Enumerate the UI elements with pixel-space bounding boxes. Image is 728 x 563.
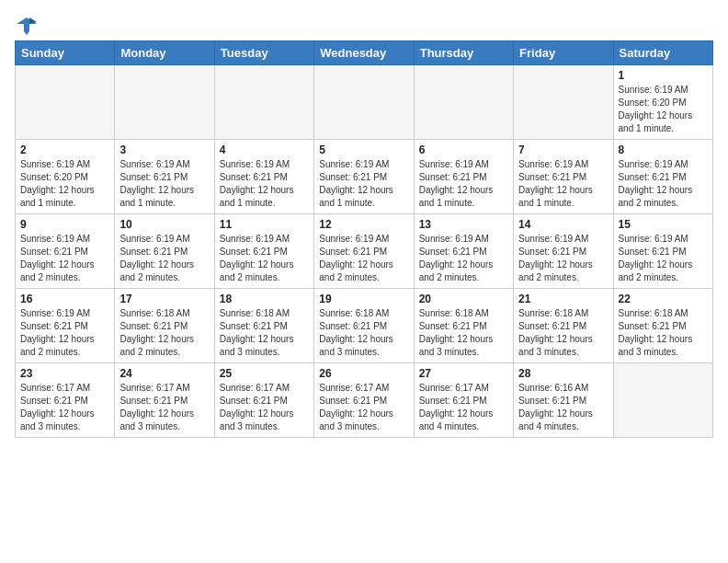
day-info: Sunrise: 6:17 AM Sunset: 6:21 PM Dayligh…	[419, 382, 508, 433]
calendar-cell: 8Sunrise: 6:19 AM Sunset: 6:21 PM Daylig…	[613, 140, 712, 214]
day-number: 21	[518, 293, 608, 305]
day-info: Sunrise: 6:19 AM Sunset: 6:21 PM Dayligh…	[119, 233, 209, 284]
day-number: 23	[20, 367, 109, 380]
day-info: Sunrise: 6:18 AM Sunset: 6:21 PM Dayligh…	[419, 307, 508, 359]
calendar-cell: 2Sunrise: 6:19 AM Sunset: 6:20 PM Daylig…	[16, 140, 115, 214]
calendar-cell: 23Sunrise: 6:17 AM Sunset: 6:21 PM Dayli…	[16, 363, 115, 438]
day-number: 10	[119, 218, 209, 231]
day-number: 14	[518, 218, 608, 231]
day-info: Sunrise: 6:19 AM Sunset: 6:21 PM Dayligh…	[518, 233, 608, 284]
calendar-cell: 14Sunrise: 6:19 AM Sunset: 6:21 PM Dayli…	[514, 214, 613, 289]
calendar-cell: 15Sunrise: 6:19 AM Sunset: 6:21 PM Dayli…	[613, 214, 712, 289]
calendar-cell	[16, 65, 115, 140]
day-number: 20	[419, 293, 508, 305]
calendar-cell	[613, 363, 712, 438]
day-info: Sunrise: 6:19 AM Sunset: 6:21 PM Dayligh…	[319, 233, 408, 284]
day-info: Sunrise: 6:17 AM Sunset: 6:21 PM Dayligh…	[220, 382, 309, 433]
svg-marker-1	[29, 17, 37, 24]
day-number: 22	[619, 293, 708, 305]
logo	[15, 15, 37, 31]
day-number: 7	[518, 144, 608, 156]
day-info: Sunrise: 6:19 AM Sunset: 6:21 PM Dayligh…	[619, 233, 708, 284]
page-header	[15, 15, 713, 31]
day-header-monday: Monday	[115, 41, 214, 65]
calendar-cell	[115, 65, 214, 140]
calendar-cell: 24Sunrise: 6:17 AM Sunset: 6:21 PM Dayli…	[115, 363, 214, 438]
calendar-cell: 9Sunrise: 6:19 AM Sunset: 6:21 PM Daylig…	[16, 214, 115, 289]
calendar-cell	[414, 65, 513, 140]
calendar-cell: 1Sunrise: 6:19 AM Sunset: 6:20 PM Daylig…	[613, 65, 712, 140]
day-number: 4	[220, 144, 309, 156]
day-info: Sunrise: 6:19 AM Sunset: 6:21 PM Dayligh…	[419, 158, 508, 210]
day-info: Sunrise: 6:19 AM Sunset: 6:21 PM Dayligh…	[20, 233, 109, 284]
day-info: Sunrise: 6:19 AM Sunset: 6:20 PM Dayligh…	[619, 84, 708, 135]
day-number: 2	[20, 144, 109, 156]
calendar-cell: 6Sunrise: 6:19 AM Sunset: 6:21 PM Daylig…	[414, 140, 513, 214]
day-header-sunday: Sunday	[16, 41, 115, 65]
day-info: Sunrise: 6:18 AM Sunset: 6:21 PM Dayligh…	[220, 307, 309, 359]
calendar-cell: 19Sunrise: 6:18 AM Sunset: 6:21 PM Dayli…	[314, 289, 414, 363]
day-info: Sunrise: 6:17 AM Sunset: 6:21 PM Dayligh…	[119, 382, 209, 433]
calendar-week-row: 1Sunrise: 6:19 AM Sunset: 6:20 PM Daylig…	[16, 65, 713, 140]
calendar-cell: 4Sunrise: 6:19 AM Sunset: 6:21 PM Daylig…	[214, 140, 313, 214]
day-number: 19	[319, 293, 408, 305]
day-number: 3	[119, 144, 209, 156]
day-number: 15	[619, 218, 708, 231]
calendar-cell: 26Sunrise: 6:17 AM Sunset: 6:21 PM Dayli…	[314, 363, 414, 438]
calendar-cell: 25Sunrise: 6:17 AM Sunset: 6:21 PM Dayli…	[214, 363, 313, 438]
day-number: 24	[119, 367, 209, 380]
day-number: 28	[518, 367, 608, 380]
day-number: 11	[220, 218, 309, 231]
day-number: 26	[319, 367, 408, 380]
day-number: 18	[220, 293, 309, 305]
day-info: Sunrise: 6:19 AM Sunset: 6:21 PM Dayligh…	[518, 158, 608, 210]
day-info: Sunrise: 6:17 AM Sunset: 6:21 PM Dayligh…	[20, 382, 109, 433]
day-info: Sunrise: 6:18 AM Sunset: 6:21 PM Dayligh…	[319, 307, 408, 359]
day-number: 1	[619, 69, 708, 82]
calendar-cell: 18Sunrise: 6:18 AM Sunset: 6:21 PM Dayli…	[214, 289, 313, 363]
calendar-cell: 27Sunrise: 6:17 AM Sunset: 6:21 PM Dayli…	[414, 363, 513, 438]
calendar-cell: 28Sunrise: 6:16 AM Sunset: 6:21 PM Dayli…	[514, 363, 613, 438]
calendar-cell: 17Sunrise: 6:18 AM Sunset: 6:21 PM Dayli…	[115, 289, 214, 363]
day-info: Sunrise: 6:19 AM Sunset: 6:21 PM Dayligh…	[319, 158, 408, 210]
calendar-cell	[214, 65, 313, 140]
day-info: Sunrise: 6:19 AM Sunset: 6:21 PM Dayligh…	[220, 233, 309, 284]
calendar-cell: 22Sunrise: 6:18 AM Sunset: 6:21 PM Dayli…	[613, 289, 712, 363]
svg-marker-0	[17, 17, 37, 35]
calendar-cell: 13Sunrise: 6:19 AM Sunset: 6:21 PM Dayli…	[414, 214, 513, 289]
day-number: 17	[119, 293, 209, 305]
day-info: Sunrise: 6:18 AM Sunset: 6:21 PM Dayligh…	[619, 307, 708, 359]
day-number: 9	[20, 218, 109, 231]
day-info: Sunrise: 6:19 AM Sunset: 6:21 PM Dayligh…	[119, 158, 209, 210]
calendar-cell	[514, 65, 613, 140]
day-number: 6	[419, 144, 508, 156]
calendar-cell: 10Sunrise: 6:19 AM Sunset: 6:21 PM Dayli…	[115, 214, 214, 289]
day-number: 16	[20, 293, 109, 305]
day-header-thursday: Thursday	[414, 41, 513, 65]
calendar-cell: 7Sunrise: 6:19 AM Sunset: 6:21 PM Daylig…	[514, 140, 613, 214]
calendar-cell: 11Sunrise: 6:19 AM Sunset: 6:21 PM Dayli…	[214, 214, 313, 289]
day-header-wednesday: Wednesday	[314, 41, 414, 65]
calendar-header-row: SundayMondayTuesdayWednesdayThursdayFrid…	[16, 41, 713, 65]
day-info: Sunrise: 6:19 AM Sunset: 6:21 PM Dayligh…	[220, 158, 309, 210]
day-number: 27	[419, 367, 508, 380]
calendar-cell: 20Sunrise: 6:18 AM Sunset: 6:21 PM Dayli…	[414, 289, 513, 363]
calendar-cell: 21Sunrise: 6:18 AM Sunset: 6:21 PM Dayli…	[514, 289, 613, 363]
day-header-saturday: Saturday	[613, 41, 712, 65]
calendar-cell: 5Sunrise: 6:19 AM Sunset: 6:21 PM Daylig…	[314, 140, 414, 214]
day-info: Sunrise: 6:17 AM Sunset: 6:21 PM Dayligh…	[319, 382, 408, 433]
calendar-week-row: 16Sunrise: 6:19 AM Sunset: 6:21 PM Dayli…	[16, 289, 713, 363]
day-header-tuesday: Tuesday	[214, 41, 313, 65]
day-number: 5	[319, 144, 408, 156]
calendar-week-row: 2Sunrise: 6:19 AM Sunset: 6:20 PM Daylig…	[16, 140, 713, 214]
day-number: 12	[319, 218, 408, 231]
day-info: Sunrise: 6:19 AM Sunset: 6:21 PM Dayligh…	[419, 233, 508, 284]
calendar-cell: 12Sunrise: 6:19 AM Sunset: 6:21 PM Dayli…	[314, 214, 414, 289]
day-info: Sunrise: 6:18 AM Sunset: 6:21 PM Dayligh…	[518, 307, 608, 359]
calendar-cell	[314, 65, 414, 140]
day-number: 8	[619, 144, 708, 156]
calendar-table: SundayMondayTuesdayWednesdayThursdayFrid…	[15, 40, 713, 438]
day-info: Sunrise: 6:19 AM Sunset: 6:21 PM Dayligh…	[20, 307, 109, 359]
day-number: 25	[220, 367, 309, 380]
day-info: Sunrise: 6:18 AM Sunset: 6:21 PM Dayligh…	[119, 307, 209, 359]
